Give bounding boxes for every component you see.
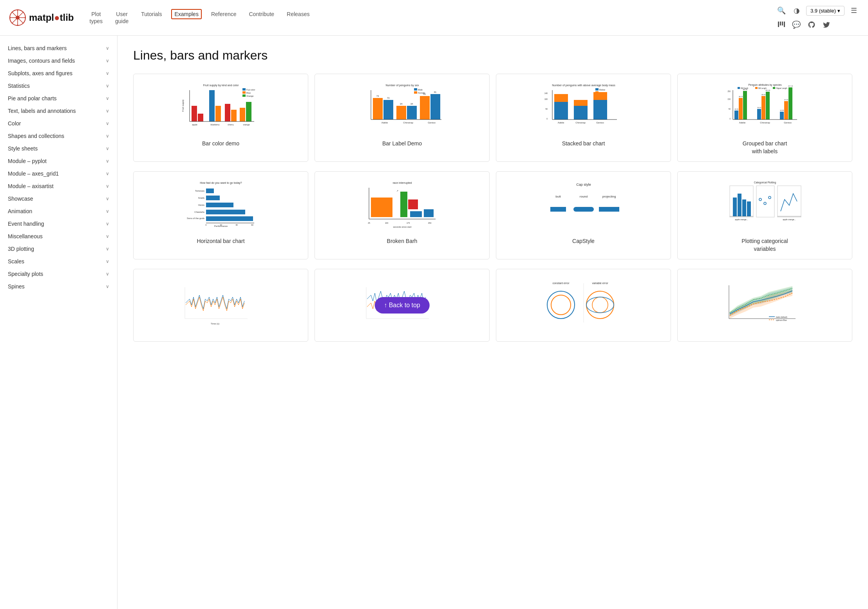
card-categorical[interactable]: Categorical Plotting apple orange... bbox=[677, 171, 852, 259]
sidebar-item-showcase[interactable]: Showcase ∨ bbox=[0, 192, 117, 205]
svg-text:apple orange...: apple orange... bbox=[735, 218, 748, 221]
card-image: Fruit supply by kind and color Fruit sup… bbox=[140, 80, 302, 135]
sidebar-item-axisartist[interactable]: Module – axisartist ∨ bbox=[0, 180, 117, 192]
twitter-icon[interactable] bbox=[821, 19, 832, 30]
svg-text:projecting: projecting bbox=[602, 195, 616, 198]
svg-rect-115 bbox=[206, 188, 214, 193]
sidebar-item-color[interactable]: Color ∨ bbox=[0, 117, 117, 130]
card-capstyle[interactable]: Cap style butt round projecting CapStyle bbox=[496, 171, 671, 259]
svg-text:50: 50 bbox=[545, 108, 548, 110]
chevron-icon: ∨ bbox=[106, 96, 109, 101]
svg-text:Below: Below bbox=[599, 89, 605, 91]
svg-rect-135 bbox=[424, 209, 434, 217]
svg-text:Chinstrap: Chinstrap bbox=[760, 121, 770, 124]
github-icon[interactable] bbox=[806, 19, 817, 30]
svg-text:Categorical Plotting: Categorical Plotting bbox=[754, 181, 776, 184]
sidebar-item-shapes[interactable]: Shapes and collections ∨ bbox=[0, 130, 117, 142]
logo[interactable]: matpl●tlib bbox=[9, 9, 74, 26]
svg-rect-22 bbox=[192, 106, 197, 121]
nav-examples[interactable]: Examples bbox=[171, 9, 201, 19]
card-label: Grouped bar chartwith labels bbox=[684, 140, 846, 155]
sidebar-item-specialty[interactable]: Specialty plots ∨ bbox=[0, 268, 117, 280]
svg-point-6 bbox=[17, 9, 18, 11]
card-noisy-line-1[interactable]: Time (s) bbox=[133, 269, 308, 342]
card-broken-barh[interactable]: race interrupted ↗ bbox=[315, 171, 490, 259]
sidebar-item-images[interactable]: Images, contours and fields ∨ bbox=[0, 54, 117, 67]
svg-rect-65 bbox=[574, 106, 588, 120]
sidebar-item-statistics[interactable]: Statistics ∨ bbox=[0, 80, 117, 92]
svg-text:Penguin attributes by species: Penguin attributes by species bbox=[748, 83, 782, 87]
svg-rect-158 bbox=[756, 186, 774, 217]
svg-text:variable error: variable error bbox=[592, 282, 608, 285]
theme-toggle[interactable]: ◑ bbox=[792, 5, 801, 16]
card-label: Stacked bar chart bbox=[503, 140, 664, 148]
sidebar-item-pie[interactable]: Pie and polar charts ∨ bbox=[0, 92, 117, 105]
svg-text:Snails: Snails bbox=[198, 197, 204, 199]
sidebar-item-subplots[interactable]: Subplots, axes and figures ∨ bbox=[0, 67, 117, 80]
svg-text:60: 60 bbox=[251, 224, 253, 226]
sidebar-item-3d-plotting[interactable]: 3D plotting ∨ bbox=[0, 243, 117, 255]
chevron-icon: ∨ bbox=[106, 234, 109, 239]
card-circles[interactable]: constant error variable error bbox=[496, 269, 671, 342]
sidebar-item-miscellaneous[interactable]: Miscellaneous ∨ bbox=[0, 230, 117, 243]
svg-rect-132 bbox=[400, 192, 407, 217]
sidebar: Lines, bars and markers ∨ Images, contou… bbox=[0, 36, 118, 609]
version-selector[interactable]: 3.9 (stable) ▾ bbox=[806, 6, 844, 16]
sidebar-item-axes-grid1[interactable]: Module – axes_grid1 ∨ bbox=[0, 167, 117, 180]
nav-plot-types[interactable]: Plot types bbox=[87, 9, 106, 26]
svg-text:apple: apple bbox=[192, 123, 197, 126]
svg-text:38.79: 38.79 bbox=[738, 96, 743, 98]
svg-rect-134 bbox=[410, 211, 422, 217]
nav-tutorials[interactable]: Tutorials bbox=[138, 9, 165, 19]
chevron-icon: ∨ bbox=[106, 208, 109, 214]
svg-point-159 bbox=[759, 198, 761, 201]
nav-contribute[interactable]: Contribute bbox=[246, 9, 277, 19]
chevron-icon: ∨ bbox=[106, 58, 109, 63]
card-error-bands[interactable]: baidu (default) optimum Blue bbox=[677, 269, 852, 342]
card-stacked-bar[interactable]: Number of penguins with above average bo… bbox=[496, 74, 671, 162]
svg-rect-98 bbox=[784, 101, 788, 120]
svg-text:0: 0 bbox=[729, 118, 731, 120]
card-grouped-bar[interactable]: Penguin attributes by species Bill Depth… bbox=[677, 74, 852, 162]
card-label: CapStyle bbox=[503, 237, 664, 245]
sidebar-item-lines-bars[interactable]: Lines, bars and markers ∨ bbox=[0, 42, 117, 54]
sidebar-item-stylesheets[interactable]: Style sheets ∨ bbox=[0, 142, 117, 155]
gitter-icon[interactable] bbox=[776, 19, 787, 30]
card-bar-label-demo[interactable]: Number of penguins by sex Male Female 73… bbox=[315, 74, 490, 162]
search-button[interactable]: 🔍 bbox=[776, 5, 787, 16]
svg-point-175 bbox=[592, 297, 608, 313]
svg-rect-154 bbox=[742, 199, 746, 216]
svg-text:61: 61 bbox=[434, 91, 436, 93]
svg-rect-81 bbox=[755, 87, 758, 89]
chevron-icon: ∨ bbox=[106, 121, 109, 126]
sidebar-item-event-handling[interactable]: Event handling ∨ bbox=[0, 218, 117, 230]
sidebar-item-spines[interactable]: Spines ∨ bbox=[0, 280, 117, 293]
svg-text:Cheetahs: Cheetahs bbox=[194, 211, 204, 213]
svg-text:optimum Blue: optimum Blue bbox=[776, 319, 787, 321]
nav-reference[interactable]: Reference bbox=[208, 9, 240, 19]
menu-icon[interactable]: ☰ bbox=[849, 5, 859, 16]
card-horizontal-bar[interactable]: How fast do you want to go today? Perfor… bbox=[133, 171, 308, 259]
svg-rect-24 bbox=[209, 90, 215, 121]
sidebar-item-scales[interactable]: Scales ∨ bbox=[0, 255, 117, 268]
chevron-icon: ∨ bbox=[106, 284, 109, 289]
back-to-top-button[interactable]: ↑ Back to top bbox=[374, 297, 430, 314]
svg-text:Chinstrap: Chinstrap bbox=[575, 121, 586, 124]
nav-releases[interactable]: Releases bbox=[284, 9, 313, 19]
svg-text:25: 25 bbox=[368, 222, 370, 224]
svg-rect-119 bbox=[206, 203, 233, 207]
discourse-icon[interactable]: 💬 bbox=[790, 19, 802, 31]
svg-text:14.98: 14.98 bbox=[779, 109, 784, 111]
card-label: Horizontal bar chart bbox=[140, 237, 302, 245]
sidebar-item-text[interactable]: Text, labels and annotations ∨ bbox=[0, 105, 117, 117]
sidebar-item-pyplot[interactable]: Module – pyplot ∨ bbox=[0, 155, 117, 167]
card-bar-color-demo[interactable]: Fruit supply by kind and color Fruit sup… bbox=[133, 74, 308, 162]
logo-text: matpl●tlib bbox=[29, 12, 74, 23]
nav-user-guide[interactable]: User guide bbox=[112, 9, 132, 26]
card-noisy-line-2[interactable]: ↑ Back to top bbox=[315, 269, 490, 342]
svg-rect-87 bbox=[743, 91, 747, 120]
svg-rect-42 bbox=[383, 100, 393, 120]
sidebar-item-animation[interactable]: Animation ∨ bbox=[0, 205, 117, 218]
svg-point-9 bbox=[25, 17, 26, 18]
svg-text:Fuji color: Fuji color bbox=[246, 89, 255, 91]
